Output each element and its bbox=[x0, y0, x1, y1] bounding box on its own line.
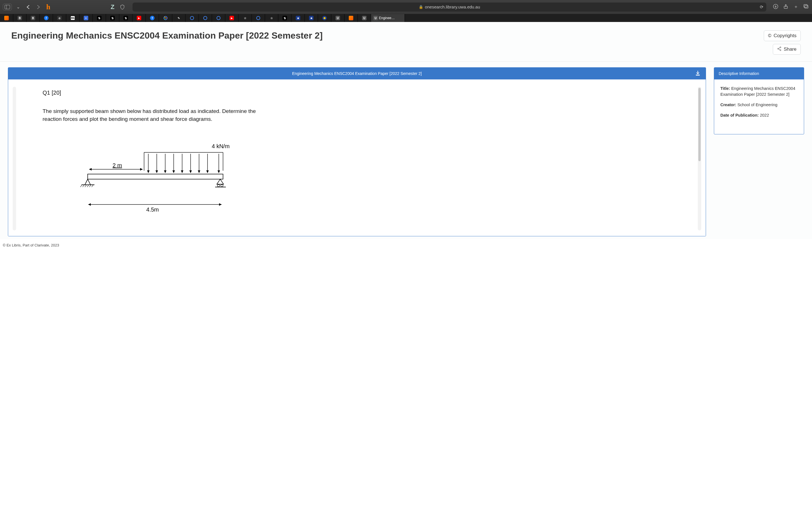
svg-point-8 bbox=[204, 16, 207, 20]
privacy-shield-icon[interactable] bbox=[118, 3, 126, 11]
viewer-header: Engineering Mechanics ENSC2004 Examinati… bbox=[8, 68, 706, 79]
tab-item[interactable]: ⇅ bbox=[119, 14, 133, 22]
tab-item[interactable]: ☆ bbox=[265, 14, 278, 22]
svg-point-9 bbox=[217, 16, 220, 20]
tab-item[interactable]: ✎ bbox=[172, 14, 186, 22]
reload-button[interactable]: ⟳ bbox=[760, 4, 763, 10]
svg-point-7 bbox=[190, 16, 194, 20]
forward-button[interactable] bbox=[35, 3, 42, 11]
url-text: onesearch.library.uwa.edu.au bbox=[425, 4, 480, 9]
question-heading: Q1 [20] bbox=[43, 90, 673, 96]
svg-line-37 bbox=[89, 185, 91, 187]
favicon-icon: U bbox=[362, 16, 366, 20]
tab-item[interactable] bbox=[345, 14, 358, 22]
favicon-icon: U bbox=[336, 16, 340, 20]
favicon-icon: ☆ bbox=[269, 16, 274, 20]
toolbar-right: ＋ bbox=[772, 4, 809, 10]
tab-item[interactable]: U bbox=[331, 14, 345, 22]
tab-item[interactable] bbox=[0, 14, 13, 22]
info-panel: Descriptive Information Title: Engineeri… bbox=[714, 67, 804, 134]
copyright-icon: © bbox=[768, 33, 771, 38]
tab-item[interactable]: ▶ bbox=[225, 14, 239, 22]
tab-item[interactable]: ★ bbox=[292, 14, 305, 22]
share-label: Share bbox=[784, 47, 797, 52]
tab-overview-button[interactable] bbox=[803, 4, 809, 10]
zotero-extension-icon[interactable]: Z bbox=[110, 3, 114, 11]
svg-rect-0 bbox=[5, 5, 10, 9]
honey-extension-icon[interactable]: h bbox=[46, 3, 50, 11]
tab-item[interactable]: ✺ bbox=[318, 14, 331, 22]
tab-item[interactable]: ▶ bbox=[133, 14, 146, 22]
chevron-down-icon[interactable]: ⌄ bbox=[14, 3, 22, 11]
total-span-label: 4.5m bbox=[146, 207, 159, 213]
svg-line-38 bbox=[92, 185, 93, 187]
favicon-icon: f bbox=[150, 16, 154, 20]
tab-item[interactable] bbox=[159, 14, 172, 22]
tab-item[interactable]: ≡ bbox=[80, 14, 93, 22]
svg-point-12 bbox=[777, 48, 779, 49]
favicon-icon: ▶ bbox=[137, 16, 141, 20]
tab-item[interactable]: f bbox=[146, 14, 159, 22]
tab-item[interactable]: Bb bbox=[66, 14, 80, 22]
tab-item[interactable] bbox=[252, 14, 265, 22]
scrollbar-right[interactable] bbox=[698, 87, 701, 230]
svg-point-40 bbox=[221, 184, 223, 187]
tab-item[interactable]: ☆ bbox=[239, 14, 252, 22]
scrollbar-thumb[interactable] bbox=[698, 88, 701, 161]
favicon-icon bbox=[203, 16, 207, 20]
question-body: The simply supported beam shown below ha… bbox=[43, 107, 262, 123]
tab-item[interactable]: ⇅ bbox=[278, 14, 292, 22]
tab-item[interactable] bbox=[186, 14, 199, 22]
favicon-icon: B bbox=[17, 16, 22, 20]
sidebar-toggle-button[interactable] bbox=[3, 4, 12, 10]
back-button[interactable] bbox=[24, 3, 32, 11]
favicon-icon: ★ bbox=[309, 16, 313, 20]
share-button[interactable]: Share bbox=[773, 44, 801, 55]
favicon-icon: ✎ bbox=[176, 16, 181, 20]
tab-item[interactable]: ★ bbox=[305, 14, 318, 22]
svg-line-36 bbox=[87, 185, 89, 187]
tab-item[interactable]: B bbox=[13, 14, 27, 22]
copyrights-label: Copyrights bbox=[774, 33, 797, 39]
tab-item[interactable]: o bbox=[53, 14, 66, 22]
favicon-icon bbox=[349, 16, 353, 20]
lock-icon: 🔒 bbox=[419, 5, 423, 9]
share-icon[interactable] bbox=[783, 4, 789, 10]
favicon-icon: ⇅ bbox=[123, 16, 128, 20]
favicon-icon: B bbox=[31, 16, 35, 20]
tab-item-active[interactable]: U Enginee… bbox=[371, 14, 405, 22]
tab-item[interactable]: B bbox=[27, 14, 40, 22]
page: Engineering Mechanics ENSC2004 Examinati… bbox=[0, 22, 812, 507]
tab-item[interactable]: ⇅ bbox=[93, 14, 106, 22]
tab-item[interactable] bbox=[199, 14, 212, 22]
scrollbar-left[interactable] bbox=[13, 87, 16, 230]
favicon-icon: ⇅ bbox=[97, 16, 101, 20]
tab-item[interactable] bbox=[212, 14, 225, 22]
meta-creator: Creator: School of Engineering bbox=[720, 102, 798, 108]
share-icon bbox=[777, 47, 781, 52]
beam-diagram: 4 kN/m bbox=[85, 140, 232, 219]
favicon-icon: o bbox=[57, 16, 62, 20]
favicon-icon: ⇅ bbox=[283, 16, 287, 20]
info-panel-header: Descriptive Information bbox=[714, 68, 804, 79]
downloads-icon[interactable] bbox=[772, 4, 779, 10]
copyrights-button[interactable]: © Copyrights bbox=[764, 31, 801, 41]
favicon-icon bbox=[4, 16, 9, 20]
download-button[interactable] bbox=[695, 70, 701, 77]
favicon-icon: ☆ bbox=[243, 16, 247, 20]
address-bar[interactable]: 🔒 onesearch.library.uwa.edu.au ⟳ bbox=[133, 3, 766, 11]
tab-item[interactable]: ⇅ bbox=[106, 14, 119, 22]
favicon-icon bbox=[256, 16, 260, 20]
favicon-icon: ⇅ bbox=[110, 16, 115, 20]
favicon-icon bbox=[190, 16, 194, 20]
document-page: Q1 [20] The simply supported beam shown … bbox=[17, 87, 696, 230]
svg-point-10 bbox=[257, 16, 260, 20]
favicon-icon: f bbox=[44, 16, 49, 20]
tab-item[interactable]: U bbox=[358, 14, 371, 22]
favicon-icon: Bb bbox=[70, 16, 75, 20]
new-tab-button[interactable]: ＋ bbox=[793, 4, 799, 10]
tab-item[interactable]: f bbox=[40, 14, 53, 22]
favicon-icon: ★ bbox=[296, 16, 300, 20]
tab-strip: B B f o Bb ≡ ⇅ ⇅ ⇅ ▶ f ✎ ▶ ☆ ☆ ⇅ ★ ★ ✺ U… bbox=[0, 14, 812, 22]
favicon-icon: ✺ bbox=[322, 16, 327, 20]
